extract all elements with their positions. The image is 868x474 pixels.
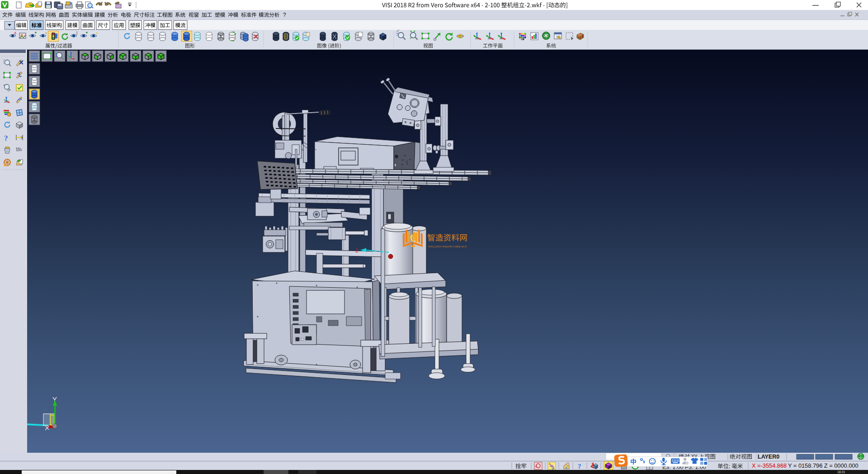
svg-text:+: + xyxy=(397,30,400,32)
svg-text:?: ? xyxy=(283,12,286,18)
svg-text:?: ? xyxy=(4,134,8,142)
svg-text:+: + xyxy=(3,83,5,87)
